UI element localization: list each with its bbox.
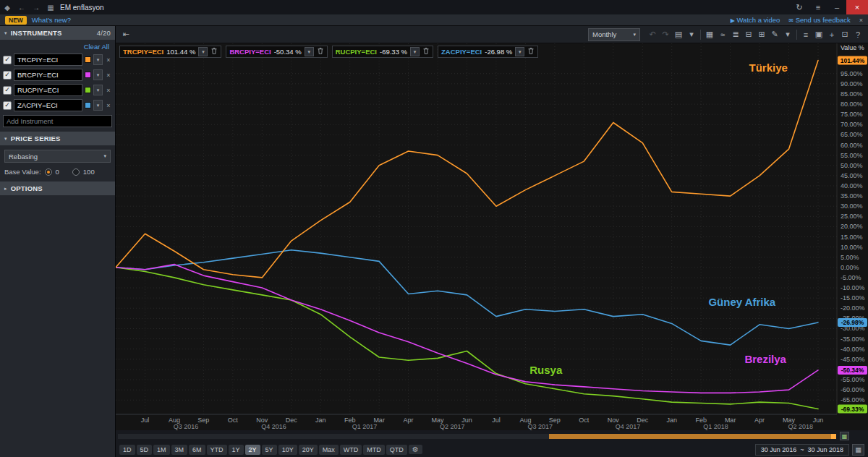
dismiss-bar-icon[interactable]: × — [859, 17, 863, 24]
range-button-qtd[interactable]: QTD — [386, 445, 407, 455]
instrument-code-field[interactable]: BRCPIY=ECI — [14, 69, 82, 81]
clear-all-link[interactable]: Clear All — [84, 43, 109, 51]
instrument-options-icon[interactable]: ▾ — [93, 54, 103, 65]
y-tick-label: 25.00% — [841, 213, 863, 220]
interval-select[interactable]: Monthly ▾ — [588, 28, 640, 41]
price-series-header[interactable]: ▾ PRICE SERIES — [0, 132, 115, 145]
y-tick-label: 30.00% — [841, 202, 863, 210]
maximize-icon[interactable]: ⊡ — [838, 28, 851, 41]
range-button-ytd[interactable]: YTD — [207, 445, 227, 455]
rebasing-select[interactable]: Rebasing ▾ — [4, 150, 111, 163]
range-button-1y[interactable]: 1Y — [229, 445, 244, 455]
chart-area[interactable]: Value %95.00%90.00%85.00%80.00%75.00%70.… — [116, 43, 868, 430]
watch-video-link[interactable]: ▶ Watch a video — [731, 16, 780, 24]
y-tick-label: 80.00% — [841, 101, 863, 108]
instrument-checkbox[interactable]: ✓ — [3, 56, 12, 64]
chart-tab-icon[interactable]: ▦ — [43, 4, 58, 12]
app-logo-icon[interactable]: ◆ — [0, 4, 14, 12]
add-instrument-input[interactable] — [3, 115, 112, 127]
help-icon[interactable]: ? — [851, 28, 864, 41]
templates-caret-icon[interactable]: ▾ — [781, 28, 794, 41]
collapse-arrow-icon: ▸ — [4, 186, 7, 192]
legend-icon[interactable]: ≡ — [799, 28, 812, 41]
instrument-checkbox[interactable]: ✓ — [3, 101, 12, 110]
close-icon[interactable]: × — [846, 0, 868, 14]
range-button-mtd[interactable]: MTD — [363, 445, 385, 455]
instrument-code-field[interactable]: TRCPIY=ECI — [14, 54, 82, 66]
crosshair-icon[interactable]: + — [825, 28, 838, 41]
collapse-sidebar-icon[interactable]: ⇤ — [119, 28, 132, 41]
remove-instrument-icon[interactable]: × — [105, 56, 112, 64]
x-quarter-label: Q1 2017 — [352, 423, 378, 430]
remove-instrument-icon[interactable]: × — [105, 87, 112, 94]
options-header[interactable]: ▸ OPTIONS — [0, 181, 115, 195]
legend-trash-icon[interactable] — [527, 47, 535, 56]
layers-icon[interactable]: ≣ — [729, 28, 742, 41]
annotate-icon[interactable]: ✎ — [768, 28, 781, 41]
view-caret-icon[interactable]: ▾ — [685, 28, 698, 41]
chart-type-icon[interactable]: ▦ — [703, 28, 716, 41]
instrument-code-field[interactable]: ZACPIY=ECI — [14, 99, 82, 111]
feedback-link[interactable]: ✉ Send us feedback — [788, 16, 850, 24]
instruments-count: 4/20 — [97, 29, 111, 37]
instrument-checkbox[interactable]: ✓ — [3, 71, 12, 80]
range-button-6m[interactable]: 6M — [189, 445, 205, 455]
timeline-window[interactable] — [549, 434, 836, 439]
legend-chip[interactable]: BRCPIY=ECI-50.34 %▾ — [226, 46, 327, 58]
layout-icon[interactable]: ▣ — [812, 28, 825, 41]
forward-icon[interactable]: → — [29, 4, 43, 12]
date-range-display[interactable]: 30 Jun 2016 ~ 30 Jun 2018 — [755, 444, 849, 456]
legend-trash-icon[interactable] — [422, 47, 430, 56]
range-button-1m[interactable]: 1M — [153, 445, 170, 455]
remove-instrument-icon[interactable]: × — [105, 102, 112, 109]
view-list-icon[interactable]: ▤ — [672, 28, 685, 41]
range-button-max[interactable]: Max — [319, 445, 339, 455]
back-icon[interactable]: ← — [14, 4, 29, 12]
instrument-options-icon[interactable]: ▾ — [93, 85, 103, 95]
instrument-color-swatch[interactable] — [85, 102, 91, 108]
y-tick-label: 10.00% — [841, 244, 863, 251]
range-button-1d[interactable]: 1D — [119, 445, 135, 455]
save-icon[interactable]: ⊞ — [755, 28, 768, 41]
instrument-code-field[interactable]: RUCPIY=ECI — [14, 84, 82, 96]
refresh-icon[interactable]: ↻ — [790, 0, 809, 14]
legend-trash-icon[interactable] — [317, 47, 324, 56]
instrument-checkbox[interactable]: ✓ — [3, 86, 12, 95]
x-tick-label: Jan — [666, 417, 677, 424]
instrument-color-swatch[interactable] — [85, 87, 91, 93]
calendar-icon[interactable]: ▦ — [852, 444, 864, 456]
legend-trash-icon[interactable] — [210, 47, 218, 56]
instrument-row: ✓TRCPIY=ECI▾× — [0, 52, 115, 67]
range-button-5y[interactable]: 5Y — [262, 445, 277, 455]
instrument-options-icon[interactable]: ▾ — [93, 69, 103, 80]
instruments-header[interactable]: ▾ INSTRUMENTS 4/20 — [0, 26, 115, 40]
instrument-color-swatch[interactable] — [85, 56, 91, 63]
minimize-icon[interactable]: – — [827, 0, 846, 14]
range-button-20y[interactable]: 20Y — [299, 445, 318, 455]
menu-icon[interactable]: ≡ — [809, 0, 827, 14]
range-button-5d[interactable]: 5D — [137, 445, 153, 455]
range-button-2y[interactable]: 2Y — [245, 445, 260, 455]
range-button-3m[interactable]: 3M — [171, 445, 188, 455]
legend-caret-icon[interactable]: ▾ — [198, 47, 208, 56]
gear-icon[interactable]: ⚙ — [409, 445, 422, 454]
folder-icon[interactable]: ⊟ — [742, 28, 755, 41]
timeline-chart-icon[interactable]: ▦ — [840, 432, 849, 440]
legend-caret-icon[interactable]: ▾ — [515, 47, 524, 56]
legend-chip[interactable]: ZACPIY=ECI-26.98 %▾ — [438, 46, 538, 58]
indicators-icon[interactable]: ≈ — [716, 28, 729, 41]
legend-chip[interactable]: TRCPIY=ECI101.44 %▾ — [119, 46, 221, 58]
timeline-track[interactable] — [118, 434, 836, 439]
instrument-color-swatch[interactable] — [85, 72, 91, 78]
range-button-10y[interactable]: 10Y — [278, 445, 297, 455]
base-100-radio[interactable] — [72, 168, 80, 176]
legend-caret-icon[interactable]: ▾ — [305, 47, 314, 56]
price-chart[interactable]: Value %95.00%90.00%85.00%80.00%75.00%70.… — [116, 43, 868, 430]
whats-new-link[interactable]: What's new? — [32, 16, 71, 24]
remove-instrument-icon[interactable]: × — [105, 72, 112, 79]
legend-chip[interactable]: RUCPIY=ECI-69.33 %▾ — [332, 46, 433, 58]
instrument-options-icon[interactable]: ▾ — [93, 100, 103, 111]
base-0-radio[interactable] — [45, 168, 52, 176]
legend-caret-icon[interactable]: ▾ — [410, 47, 420, 56]
range-button-wtd[interactable]: WTD — [340, 445, 362, 455]
